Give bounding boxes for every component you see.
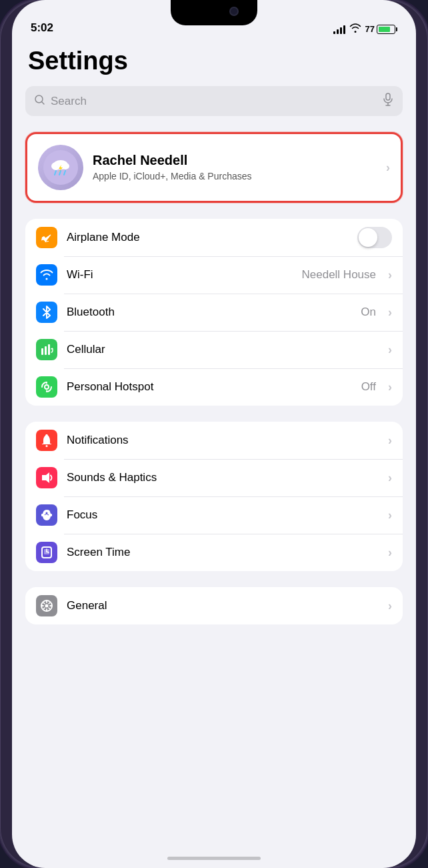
avatar [38,145,83,190]
svg-rect-1 [386,93,390,100]
svg-rect-12 [45,346,47,355]
svg-rect-11 [41,348,43,355]
microphone-icon[interactable] [383,93,393,109]
battery-icon: 77 [365,24,397,34]
general-chevron: › [388,599,392,613]
svg-point-18 [46,512,48,514]
camera [229,7,239,16]
phone-screen: 5:02 7 [12,0,416,868]
sounds-icon [36,467,57,488]
wifi-icon [349,23,361,35]
hotspot-icon [36,376,57,398]
svg-point-21 [46,551,47,552]
connectivity-group: Airplane Mode Wi-Fi Need [25,219,403,406]
bluetooth-chevron: › [388,306,392,320]
notifications-group: Notifications › Sounds & Haptics › [25,422,403,571]
bluetooth-icon [36,302,57,323]
screen-content: Settings Search [12,40,416,868]
search-bar[interactable]: Search [25,86,403,116]
svg-point-6 [51,162,61,170]
focus-icon [36,504,57,526]
focus-chevron: › [388,508,392,522]
hotspot-row[interactable]: Personal Hotspot Off › [25,368,403,406]
general-group: General › [25,587,403,624]
general-icon [36,595,57,616]
general-label: General [67,599,379,612]
screen-time-icon [36,542,57,563]
cellular-row[interactable]: Cellular › [25,331,403,368]
svg-rect-13 [48,344,50,355]
notifications-label: Notifications [67,434,379,447]
cellular-icon [36,339,57,360]
phone-frame: 5:02 7 [0,0,428,868]
hotspot-chevron: › [388,380,392,394]
search-placeholder: Search [51,95,377,108]
svg-point-7 [61,163,69,169]
bluetooth-label: Bluetooth [67,306,351,319]
page-title: Settings [25,47,403,75]
svg-point-0 [35,95,43,103]
cellular-label: Cellular [67,343,379,356]
hotspot-label: Personal Hotspot [67,380,352,394]
svg-marker-17 [42,472,49,483]
profile-name: Rachel Needell [93,153,377,168]
profile-chevron: › [386,161,390,175]
wifi-label: Wi-Fi [67,268,292,282]
sounds-row[interactable]: Sounds & Haptics › [25,459,403,496]
focus-row[interactable]: Focus › [25,496,403,534]
search-icon [35,95,45,108]
svg-rect-16 [46,434,48,436]
sounds-label: Sounds & Haptics [67,471,379,484]
cellular-chevron: › [388,343,392,357]
status-icons: 77 [333,23,397,35]
hotspot-value: Off [361,380,376,394]
airplane-mode-icon [36,227,57,248]
notifications-chevron: › [388,434,392,448]
svg-point-14 [45,385,49,389]
airplane-mode-label: Airplane Mode [67,231,348,244]
notifications-row[interactable]: Notifications › [25,422,403,459]
signal-icon [333,25,345,34]
screen-time-row[interactable]: Screen Time › [25,534,403,571]
profile-card[interactable]: Rachel Needell Apple ID, iCloud+, Media … [25,132,403,203]
general-row[interactable]: General › [25,587,403,624]
svg-point-15 [46,445,48,447]
airplane-mode-toggle[interactable] [357,227,392,248]
wifi-setting-icon [36,264,57,286]
wifi-value: Needell House [301,268,376,282]
wifi-row[interactable]: Wi-Fi Needell House › [25,256,403,294]
screen-time-label: Screen Time [67,546,379,559]
bluetooth-value: On [361,306,376,319]
sounds-chevron: › [388,471,392,485]
focus-label: Focus [67,508,379,522]
profile-subtitle: Apple ID, iCloud+, Media & Purchases [93,170,377,182]
screen-time-chevron: › [388,546,392,560]
home-indicator [167,857,261,860]
bluetooth-row[interactable]: Bluetooth On › [25,294,403,331]
notch [171,0,257,25]
airplane-mode-row[interactable]: Airplane Mode [25,219,403,256]
svg-point-23 [45,604,49,608]
notifications-icon [36,430,57,451]
wifi-chevron: › [388,268,392,282]
profile-info: Rachel Needell Apple ID, iCloud+, Media … [93,153,377,182]
